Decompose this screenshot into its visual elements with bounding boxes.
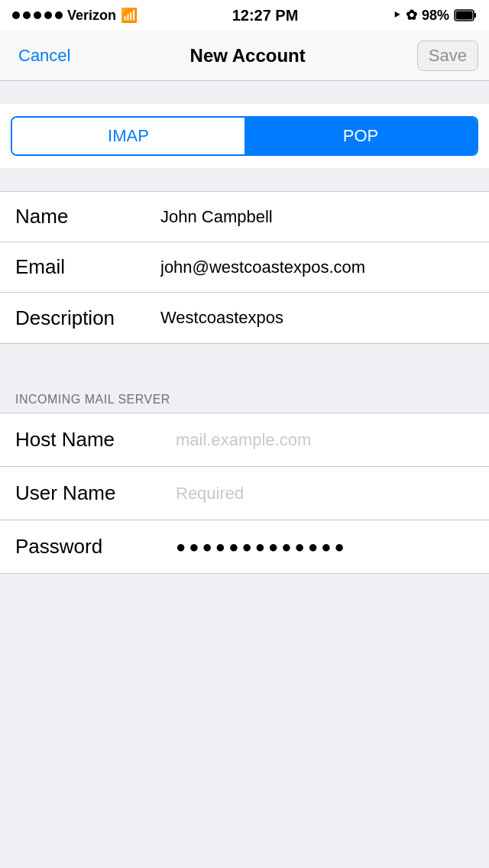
username-label: User Name bbox=[15, 481, 168, 505]
signal-dots bbox=[12, 11, 63, 19]
description-input[interactable] bbox=[153, 308, 474, 328]
password-label: Password bbox=[15, 535, 168, 559]
bluetooth-icon: ✿ bbox=[406, 7, 417, 24]
email-input[interactable] bbox=[153, 257, 474, 277]
nav-bar: Cancel New Account Save bbox=[0, 31, 489, 81]
status-time: 12:27 PM bbox=[232, 7, 299, 24]
cancel-button[interactable]: Cancel bbox=[11, 41, 78, 70]
carrier-label: Verizon bbox=[67, 8, 116, 24]
account-type-segment: IMAP POP bbox=[11, 116, 478, 156]
username-row: User Name bbox=[0, 467, 489, 520]
password-dots: ●●●●●●●●●●●●● bbox=[168, 537, 355, 557]
status-right: ‣ ✿ 98% bbox=[393, 7, 477, 24]
hostname-input[interactable] bbox=[168, 430, 474, 450]
signal-dot-1 bbox=[12, 11, 20, 19]
signal-dot-5 bbox=[55, 11, 63, 19]
incoming-server-title: INCOMING MAIL SERVER bbox=[15, 393, 170, 406]
name-label: Name bbox=[15, 205, 153, 228]
segment-container: IMAP POP bbox=[0, 104, 489, 168]
section-divider bbox=[0, 344, 489, 382]
save-button[interactable]: Save bbox=[417, 40, 478, 71]
account-form-section: Name Email Description bbox=[0, 191, 489, 344]
incoming-server-header: INCOMING MAIL SERVER bbox=[0, 382, 489, 413]
imap-segment-button[interactable]: IMAP bbox=[12, 118, 244, 154]
svg-rect-2 bbox=[456, 11, 473, 20]
signal-dot-4 bbox=[44, 11, 52, 19]
hostname-label: Host Name bbox=[15, 428, 168, 452]
spacer-1 bbox=[0, 81, 489, 104]
gps-icon: ‣ bbox=[393, 7, 401, 24]
signal-dot-3 bbox=[34, 11, 41, 19]
svg-rect-1 bbox=[474, 13, 476, 18]
page-title: New Account bbox=[190, 45, 306, 66]
username-input[interactable] bbox=[168, 484, 474, 504]
name-row: Name bbox=[0, 192, 489, 242]
description-row: Description bbox=[0, 293, 489, 343]
hostname-row: Host Name bbox=[0, 413, 489, 467]
pop-segment-button[interactable]: POP bbox=[244, 118, 477, 154]
signal-dot-2 bbox=[23, 11, 31, 19]
battery-icon bbox=[454, 8, 477, 22]
name-input[interactable] bbox=[153, 207, 474, 227]
password-row: Password ●●●●●●●●●●●●● bbox=[0, 520, 489, 574]
spacer-2 bbox=[0, 168, 489, 191]
wifi-icon: 📶 bbox=[121, 7, 138, 24]
description-label: Description bbox=[15, 306, 153, 330]
email-label: Email bbox=[15, 255, 153, 279]
incoming-server-section: Host Name User Name Password ●●●●●●●●●●●… bbox=[0, 413, 489, 574]
email-row: Email bbox=[0, 242, 489, 293]
battery-percentage: 98% bbox=[422, 8, 449, 24]
status-bar: Verizon 📶 12:27 PM ‣ ✿ 98% bbox=[0, 0, 489, 31]
status-left: Verizon 📶 bbox=[12, 7, 138, 24]
